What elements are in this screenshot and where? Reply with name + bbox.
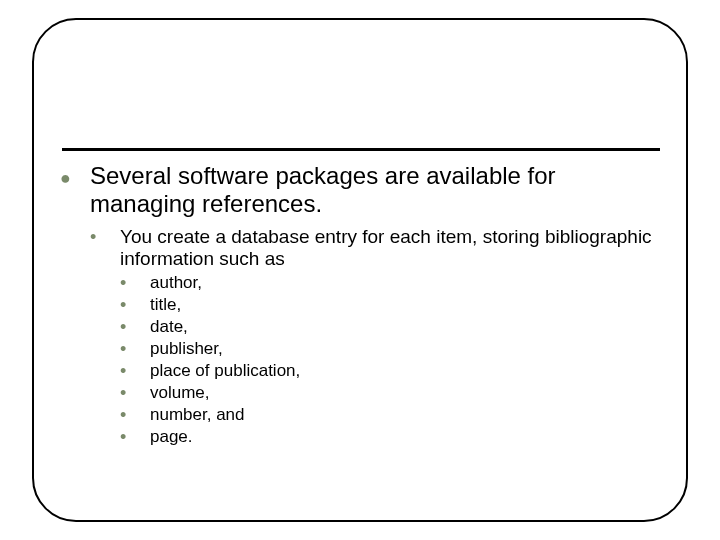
bullet-icon: •	[120, 426, 150, 448]
list-item-text: author,	[150, 272, 202, 294]
slide: ● Several software packages are availabl…	[0, 0, 720, 540]
list-item: • publisher,	[120, 338, 660, 360]
slide-content: ● Several software packages are availabl…	[60, 162, 660, 448]
list-item-text: place of publication,	[150, 360, 300, 382]
list-item-text: page.	[150, 426, 193, 448]
list-item: • title,	[120, 294, 660, 316]
bullet-icon: •	[120, 338, 150, 360]
bullet-level-2: • You create a database entry for each i…	[90, 226, 660, 270]
list-item-text: title,	[150, 294, 181, 316]
list-item-text: date,	[150, 316, 188, 338]
list-item-text: publisher,	[150, 338, 223, 360]
bullet-icon: •	[120, 404, 150, 426]
list-item: • volume,	[120, 382, 660, 404]
bullet-icon: •	[120, 294, 150, 316]
bullet-level-1: ● Several software packages are availabl…	[60, 162, 660, 218]
bullet-icon: •	[120, 382, 150, 404]
list-item-text: volume,	[150, 382, 210, 404]
list-item: • date,	[120, 316, 660, 338]
bullet-icon: ●	[60, 162, 90, 192]
title-divider	[62, 148, 660, 151]
list-item: • place of publication,	[120, 360, 660, 382]
list-item-text: number, and	[150, 404, 245, 426]
bullet-icon: •	[120, 316, 150, 338]
bullet-icon: •	[90, 226, 120, 248]
bullet-level-1-text: Several software packages are available …	[90, 162, 660, 218]
list-item: • author,	[120, 272, 660, 294]
list-item: • page.	[120, 426, 660, 448]
list-item: • number, and	[120, 404, 660, 426]
bullet-icon: •	[120, 272, 150, 294]
bullet-icon: •	[120, 360, 150, 382]
bullet-level-3-list: • author, • title, • date, • publisher, …	[120, 272, 660, 448]
bullet-level-2-text: You create a database entry for each ite…	[120, 226, 660, 270]
